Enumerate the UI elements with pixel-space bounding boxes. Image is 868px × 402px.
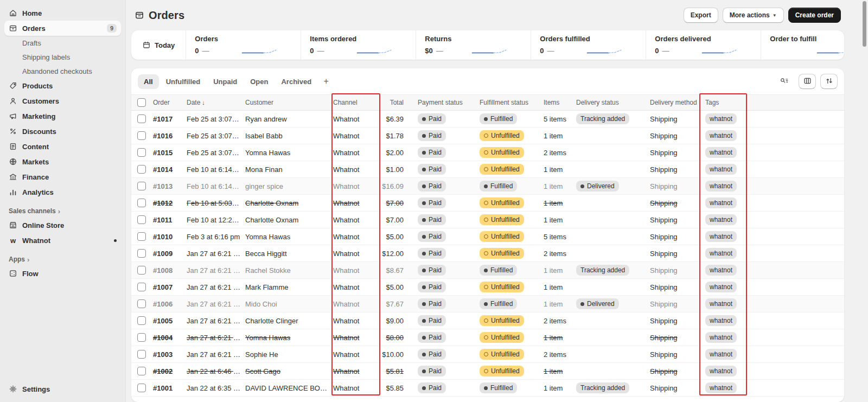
- sidebar-subitem-shipping-labels[interactable]: Shipping labels: [4, 50, 121, 64]
- row-checkbox[interactable]: [137, 384, 146, 392]
- sidebar-item-home[interactable]: Home: [4, 5, 121, 21]
- sidebar-item-products[interactable]: Products: [4, 78, 121, 93]
- status-dot: [422, 336, 426, 340]
- status-dot: [422, 134, 426, 138]
- column-header-fulfillment-status[interactable]: Fulfillment status: [480, 99, 544, 106]
- order-row-1015[interactable]: #1015Feb 25 at 3:07 pmYomna HawasWhatnot…: [131, 144, 844, 161]
- export-button[interactable]: Export: [684, 8, 718, 23]
- tab-all[interactable]: All: [138, 74, 159, 89]
- order-row-1003[interactable]: #1003Jan 27 at 6:21 pmSophie HeWhatnot$1…: [131, 346, 844, 363]
- sidebar-item-settings[interactable]: Settings: [4, 381, 121, 397]
- column-header-customer[interactable]: Customer: [245, 99, 333, 106]
- order-row-1006[interactable]: #1006Jan 27 at 6:21 pmMido ChoiWhatnot$7…: [131, 296, 844, 312]
- vertical-scrollbar[interactable]: [863, 1, 866, 47]
- row-checkbox[interactable]: [137, 165, 146, 174]
- column-header-tags[interactable]: Tags: [705, 99, 752, 106]
- order-tag-label: whatnot: [710, 132, 732, 139]
- more-actions-button[interactable]: More actions ▼: [723, 8, 784, 23]
- order-tag-label: whatnot: [710, 149, 732, 156]
- sidebar-item-whatnot[interactable]: wWhatnot: [4, 233, 121, 248]
- order-row-1008[interactable]: #1008Jan 27 at 6:21 pmRachel StokkeWhatn…: [131, 262, 844, 279]
- metric-orders-delivered[interactable]: Orders delivered0—: [646, 30, 761, 60]
- metric-returns[interactable]: Returns$0—: [416, 30, 531, 60]
- sidebar-section-apps[interactable]: Apps›: [4, 248, 121, 266]
- metric-order-to-fulfill[interactable]: Order to fulfill: [761, 30, 844, 60]
- tab-unpaid[interactable]: Unpaid: [207, 74, 243, 89]
- row-checkbox[interactable]: [137, 249, 146, 258]
- order-row-1005[interactable]: #1005Jan 27 at 6:21 pmCharlotte ClingerW…: [131, 312, 844, 329]
- sidebar-subitem-drafts[interactable]: Drafts: [4, 36, 121, 50]
- order-row-1013[interactable]: #1013Feb 10 at 6:14 pmginger spiceWhatno…: [131, 178, 844, 195]
- delivery-method: Shipping: [650, 334, 705, 342]
- row-checkbox[interactable]: [137, 232, 146, 241]
- status-dot: [422, 252, 426, 256]
- order-row-1007[interactable]: #1007Jan 27 at 6:21 pmMark FlammeWhatnot…: [131, 279, 844, 296]
- row-checkbox[interactable]: [137, 333, 146, 342]
- row-checkbox[interactable]: [137, 283, 146, 291]
- order-date: Jan 22 at 6:35 pm: [187, 384, 245, 392]
- metric-orders-fulfilled[interactable]: Orders fulfilled0—: [531, 30, 646, 60]
- column-header-total[interactable]: Total: [380, 99, 418, 106]
- row-checkbox[interactable]: [137, 182, 146, 190]
- row-checkbox[interactable]: [137, 199, 146, 207]
- section-header-label: Apps: [9, 256, 25, 263]
- metric-items-ordered[interactable]: Items ordered0—: [301, 30, 416, 60]
- column-header-delivery-method[interactable]: Delivery method: [650, 99, 705, 106]
- row-checkbox[interactable]: [137, 215, 146, 224]
- sidebar-item-content[interactable]: Content: [4, 139, 121, 154]
- date-range-picker[interactable]: Today: [131, 30, 186, 60]
- tab-open[interactable]: Open: [244, 74, 274, 89]
- column-header-channel[interactable]: Channel: [333, 99, 380, 106]
- row-checkbox[interactable]: [137, 266, 146, 275]
- sidebar-item-customers[interactable]: Customers: [4, 93, 121, 109]
- order-row-1014[interactable]: #1014Feb 10 at 6:14 pmMona FinanWhatnot$…: [131, 161, 844, 178]
- order-row-1004[interactable]: #1004Jan 27 at 6:21 pmYomna HawasWhatnot…: [131, 329, 844, 346]
- sidebar-item-flow[interactable]: Flow: [4, 266, 121, 281]
- column-header-delivery-status[interactable]: Delivery status: [576, 99, 650, 106]
- row-checkbox[interactable]: [137, 131, 146, 140]
- order-row-1001[interactable]: #1001Jan 22 at 6:35 pmDAVID LAWRENCE BOY…: [131, 380, 844, 397]
- sidebar-item-discounts[interactable]: Discounts: [4, 124, 121, 139]
- order-row-1011[interactable]: #1011Feb 10 at 12:21 pmCharlotte OxnamWh…: [131, 212, 844, 228]
- settings-icon: [9, 385, 17, 393]
- channel: Whatnot: [333, 350, 380, 359]
- customer-name: Ryan andrew: [245, 115, 333, 123]
- search-filter-button[interactable]: [774, 74, 794, 89]
- order-row-1016[interactable]: #1016Feb 25 at 3:07 pmIsabel BabbWhatnot…: [131, 127, 844, 144]
- order-row-1009[interactable]: #1009Jan 27 at 6:21 pmBecca HiggittWhatn…: [131, 245, 844, 262]
- create-order-button[interactable]: Create order: [788, 8, 841, 23]
- tab-unfulfilled[interactable]: Unfulfilled: [160, 74, 207, 89]
- tab-archived[interactable]: Archived: [275, 74, 317, 89]
- sidebar-section-sales-channels[interactable]: Sales channels›: [4, 200, 121, 218]
- columns-button[interactable]: [799, 74, 816, 89]
- add-view-button[interactable]: +: [318, 74, 334, 89]
- sidebar-item-orders[interactable]: Orders9: [4, 21, 121, 36]
- metric-orders[interactable]: Orders0—: [186, 30, 301, 60]
- sidebar-subitem-abandoned-checkouts[interactable]: Abandoned checkouts: [4, 64, 121, 78]
- sidebar-item-label: Home: [22, 9, 42, 17]
- row-checkbox[interactable]: [137, 316, 146, 325]
- sidebar-item-analytics[interactable]: Analytics: [4, 184, 121, 200]
- select-all-checkbox[interactable]: [137, 98, 146, 107]
- row-checkbox[interactable]: [137, 148, 146, 157]
- order-row-1012[interactable]: #1012Feb 10 at 5:03 pmCharlotte OxnamWha…: [131, 195, 844, 212]
- metric-value: 0: [655, 47, 659, 55]
- order-date: Feb 25 at 3:07 pm: [187, 132, 245, 140]
- column-header-payment-status[interactable]: Payment status: [418, 99, 480, 106]
- column-header-date[interactable]: Date↓: [187, 99, 245, 106]
- sidebar-item-marketing[interactable]: Marketing: [4, 109, 121, 124]
- order-row-1017[interactable]: #1017Feb 25 at 3:07 pmRyan andrewWhatnot…: [131, 111, 844, 127]
- sidebar-item-finance[interactable]: Finance: [4, 169, 121, 184]
- order-row-1002[interactable]: #1002Jan 22 at 6:46 pmScott GagoWhatnot$…: [131, 363, 844, 380]
- row-checkbox[interactable]: [137, 350, 146, 359]
- column-header-items[interactable]: Items: [544, 99, 576, 106]
- sort-button[interactable]: [820, 74, 838, 89]
- row-checkbox[interactable]: [137, 299, 146, 308]
- payment-status-badge: Paid: [418, 197, 446, 208]
- column-header-order[interactable]: Order: [153, 99, 187, 106]
- row-checkbox[interactable]: [137, 114, 146, 123]
- row-checkbox[interactable]: [137, 367, 146, 375]
- order-row-1010[interactable]: #1010Feb 3 at 6:16 pmYomna HawasWhatnot$…: [131, 228, 844, 245]
- sidebar-item-markets[interactable]: Markets: [4, 154, 121, 169]
- sidebar-item-online-store[interactable]: Online Store: [4, 218, 121, 233]
